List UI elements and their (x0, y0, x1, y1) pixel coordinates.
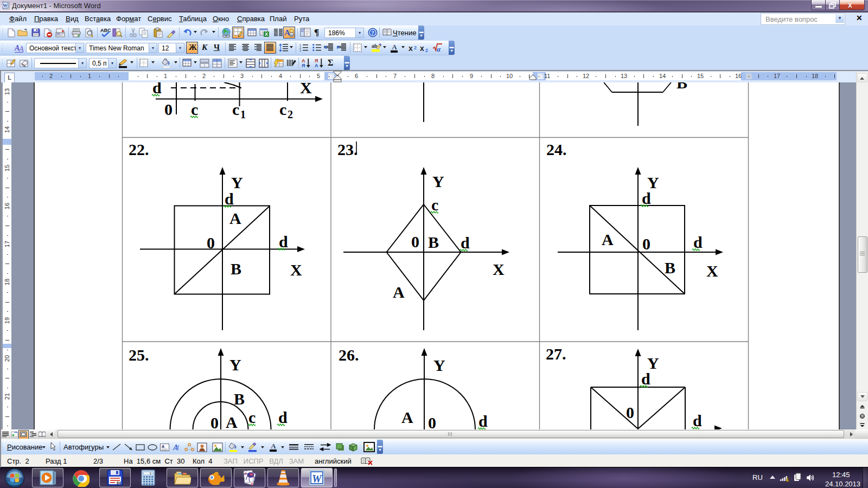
svg-text:A: A (18, 45, 24, 53)
svg-text:3: 3 (299, 49, 301, 52)
svg-text:d: d (693, 233, 703, 251)
svg-text:B: B (234, 390, 245, 408)
svg-text:Y: Y (231, 174, 243, 191)
svg-text:0: 0 (207, 234, 215, 252)
svg-text:X: X (290, 261, 302, 279)
svg-text:W: W (3, 3, 8, 8)
svg-text:2: 2 (414, 45, 417, 50)
svg-text:d: d (278, 408, 288, 426)
svg-text:c: c (232, 100, 239, 118)
svg-text:26.: 26. (339, 346, 359, 364)
svg-text:x: x (409, 44, 413, 53)
svg-text:64: 64 (117, 481, 121, 485)
svg-text:A: A (602, 230, 614, 248)
svg-text:0: 0 (150, 472, 151, 476)
svg-text:2: 2 (288, 108, 293, 120)
svg-text:2: 2 (425, 48, 428, 53)
svg-text:X: X (265, 31, 268, 37)
svg-text:W: W (312, 473, 322, 485)
svg-text:X: X (706, 262, 718, 280)
svg-text:d: d (461, 234, 470, 252)
svg-text:0: 0 (210, 414, 219, 429)
svg-text:B: B (676, 82, 687, 92)
svg-text:d: d (642, 189, 651, 207)
svg-text:d: d (279, 233, 288, 251)
svg-text:B: B (665, 259, 675, 277)
svg-text:d: d (641, 370, 650, 388)
svg-text:?: ? (371, 29, 374, 36)
svg-text:d: d (693, 412, 702, 429)
svg-text:!: ! (787, 479, 788, 482)
svg-text:27.: 27. (546, 345, 566, 363)
svg-text:Y: Y (433, 356, 445, 374)
svg-text:0: 0 (642, 235, 650, 253)
svg-text:α: α (437, 45, 441, 53)
svg-text:24.: 24. (546, 140, 567, 158)
svg-text:B: B (231, 260, 241, 278)
svg-text:c: c (191, 100, 198, 118)
svg-text:B: B (428, 233, 439, 251)
svg-text:c: c (248, 408, 256, 426)
svg-text:A: A (393, 283, 405, 301)
svg-text:0: 0 (428, 414, 436, 429)
svg-text:d: d (478, 412, 488, 429)
svg-text:0: 0 (164, 100, 173, 118)
svg-text:x: x (420, 44, 424, 53)
svg-text:A: A (271, 442, 276, 450)
svg-text:X: X (493, 260, 505, 278)
svg-text:0: 0 (626, 403, 634, 421)
svg-text:A: A (162, 445, 164, 448)
svg-text:c: c (431, 196, 438, 214)
svg-text:A: A (226, 413, 238, 429)
svg-text:Y: Y (229, 356, 241, 374)
svg-text:A: A (229, 209, 241, 227)
svg-text:25.: 25. (129, 346, 149, 364)
svg-text:d: d (225, 190, 234, 208)
svg-text:22.: 22. (129, 140, 149, 158)
svg-text:1: 1 (240, 108, 246, 120)
svg-text:A: A (401, 408, 413, 426)
svg-text:X: X (300, 82, 312, 97)
svg-text:0: 0 (411, 233, 419, 251)
svg-text:23.: 23. (337, 140, 358, 158)
svg-text:4: 4 (175, 444, 180, 452)
svg-text:Y: Y (432, 172, 444, 190)
svg-text:c: c (279, 100, 286, 118)
svg-text:A: A (392, 43, 397, 51)
svg-text:Я: Я (302, 63, 305, 68)
svg-text:А: А (315, 63, 318, 68)
